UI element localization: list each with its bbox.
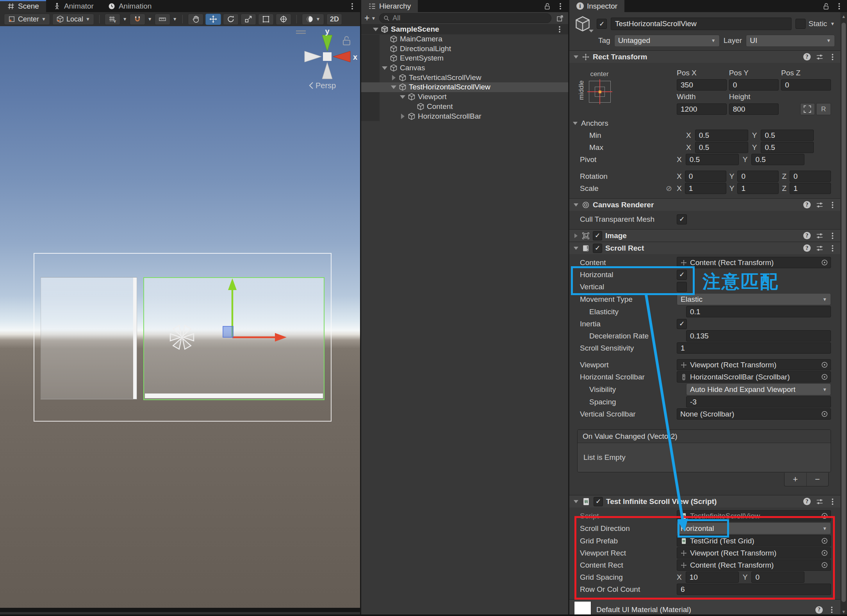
event-remove-button[interactable]: − <box>807 473 829 486</box>
create-button[interactable]: +▼ <box>364 14 376 23</box>
object-field[interactable]: Content (Rect Transform) <box>677 257 831 268</box>
kebab-menu-icon[interactable] <box>556 25 568 33</box>
object-picker-icon[interactable] <box>821 512 828 520</box>
component-header-test-infinite-scroll-view[interactable]: ✓ Test Infinite Scroll View (Script) ? <box>569 495 840 507</box>
object-picker-icon[interactable] <box>821 373 828 381</box>
tab-animator[interactable]: Animator <box>46 0 101 12</box>
object-field[interactable]: Viewport (Rect Transform) <box>677 547 831 559</box>
component-header-scroll-rect[interactable]: ✓ Scroll Rect ? <box>569 242 840 254</box>
gizmo-y-cone[interactable] <box>322 35 332 51</box>
min-y-field[interactable]: 0.5 <box>761 130 814 141</box>
inspector-scrollbar[interactable]: ▲ ▼ <box>840 12 847 616</box>
static-dropdown-arrow[interactable]: ▼ <box>830 21 835 26</box>
rotation-y-field[interactable]: 0 <box>737 171 779 182</box>
component-enabled-checkbox[interactable]: ✓ <box>594 497 603 506</box>
hierarchy-item-content[interactable]: Content <box>361 102 568 112</box>
window-pop-icon[interactable] <box>555 14 565 22</box>
search-input[interactable]: All <box>379 13 551 23</box>
snap-button[interactable] <box>130 14 145 25</box>
kebab-menu-icon[interactable] <box>829 201 836 209</box>
static-checkbox[interactable]: ✓ <box>795 19 806 29</box>
rotation-z-field[interactable]: 0 <box>790 171 831 182</box>
pos-y-field[interactable]: 0 <box>729 79 779 91</box>
height-field[interactable]: 800 <box>729 103 779 115</box>
kebab-menu-icon[interactable] <box>556 2 564 10</box>
text-field[interactable]: 0.135 <box>686 330 831 342</box>
dropdown[interactable]: Auto Hide And Expand Viewport▼ <box>686 383 831 395</box>
scale-tool-button[interactable] <box>241 14 256 25</box>
tab-inspector[interactable]: i Inspector <box>569 0 624 12</box>
gizmo-x-cone[interactable] <box>333 51 350 62</box>
pos-z-field[interactable]: 0 <box>781 79 831 91</box>
rotation-x-field[interactable]: 0 <box>685 171 726 182</box>
expand-arrow[interactable] <box>389 75 398 80</box>
object-picker-icon[interactable] <box>821 561 828 569</box>
checkbox[interactable]: ✓ <box>677 214 687 224</box>
tab-hierarchy[interactable]: Hierarchy <box>361 0 418 12</box>
pivot-x-field[interactable]: 0.5 <box>686 154 739 165</box>
blueprint-mode-button[interactable] <box>800 103 815 115</box>
object-picker-icon[interactable] <box>821 361 828 369</box>
gizmo-left-cone[interactable] <box>305 51 321 62</box>
component-header-image[interactable]: ✓ Image ? <box>569 229 840 242</box>
expand-arrow[interactable] <box>371 28 380 31</box>
help-icon[interactable]: ? <box>803 498 811 505</box>
scale-x-field[interactable]: 1 <box>685 183 726 194</box>
hierarchy-item-testhorizontalscrollview[interactable]: TestHorizontalScrollView <box>361 82 568 92</box>
gameobject-name-field[interactable]: TestHorizontalScrollView <box>611 18 792 30</box>
anchor-preset-widget[interactable]: center middle <box>575 68 677 115</box>
material-header[interactable]: Default UI Material (Material) ? <box>569 599 840 616</box>
expand-arrow[interactable] <box>398 114 407 119</box>
y-field[interactable]: 0 <box>751 571 804 583</box>
help-icon[interactable]: ? <box>803 53 811 61</box>
presets-icon[interactable] <box>816 244 824 252</box>
event-add-button[interactable]: + <box>785 473 807 486</box>
hierarchy-item-samplescene[interactable]: SampleScene <box>361 25 568 34</box>
anchors-foldout[interactable]: Anchors <box>569 118 840 129</box>
hierarchy-item-canvas[interactable]: Canvas <box>361 63 568 73</box>
max-y-field[interactable]: 0.5 <box>761 142 814 153</box>
hierarchy-item-directionallight[interactable]: DirectionalLight <box>361 44 568 53</box>
kebab-menu-icon[interactable] <box>829 53 836 61</box>
pivot-y-field[interactable]: 0.5 <box>751 154 804 165</box>
dropdown[interactable]: Horizontal▼ <box>677 522 831 534</box>
tab-animation[interactable]: Animation <box>101 0 159 12</box>
gizmo-down-cone[interactable] <box>322 62 332 79</box>
rect-tool-button[interactable] <box>258 14 274 25</box>
presets-icon[interactable] <box>816 498 824 506</box>
kebab-menu-icon[interactable] <box>828 606 836 614</box>
object-field[interactable]: Viewport (Rect Transform) <box>677 359 831 370</box>
scrollbar-thumb[interactable] <box>842 23 846 602</box>
link-off-icon[interactable]: ⊘ <box>666 184 672 193</box>
kebab-menu-icon[interactable] <box>829 498 836 506</box>
scene-viewport[interactable]: y x Persp <box>0 26 360 612</box>
toggle-2d-button[interactable]: 2D <box>326 14 342 25</box>
layer-dropdown[interactable]: UI▼ <box>746 35 835 47</box>
text-field[interactable]: 1 <box>677 342 831 354</box>
expand-arrow[interactable] <box>380 66 389 70</box>
component-header-rect-transform[interactable]: Rect Transform ? <box>569 50 840 63</box>
scale-y-field[interactable]: 1 <box>737 183 779 194</box>
kebab-menu-icon[interactable] <box>829 244 836 252</box>
shading-mode-button[interactable]: ▼ <box>302 14 325 25</box>
max-x-field[interactable]: 0.5 <box>695 142 748 153</box>
tag-dropdown[interactable]: Untagged▼ <box>614 35 720 47</box>
min-x-field[interactable]: 0.5 <box>695 130 748 141</box>
text-field[interactable]: -3 <box>686 396 831 408</box>
object-picker-icon[interactable] <box>821 537 828 545</box>
help-icon[interactable]: ? <box>815 606 823 614</box>
move-tool-button[interactable] <box>205 14 221 25</box>
grid-visibility-button[interactable]: Y <box>105 14 120 25</box>
checkbox[interactable]: ✓ <box>677 319 687 329</box>
pos-x-field[interactable]: 350 <box>677 79 727 91</box>
text-field[interactable]: 0.1 <box>686 306 831 317</box>
chevron-down-icon[interactable]: ▼ <box>173 17 177 21</box>
hierarchy-item-maincamera[interactable]: MainCamera <box>361 34 568 44</box>
presets-icon[interactable] <box>816 53 824 61</box>
active-checkbox[interactable]: ✓ <box>597 19 607 29</box>
pivot-mode-button[interactable]: Center ▼ <box>4 14 50 25</box>
gizmo-center-cube[interactable] <box>323 52 332 61</box>
chevron-down-icon[interactable]: ▼ <box>148 17 152 21</box>
component-enabled-checkbox[interactable]: ✓ <box>593 231 602 240</box>
object-picker-icon[interactable] <box>821 410 828 418</box>
